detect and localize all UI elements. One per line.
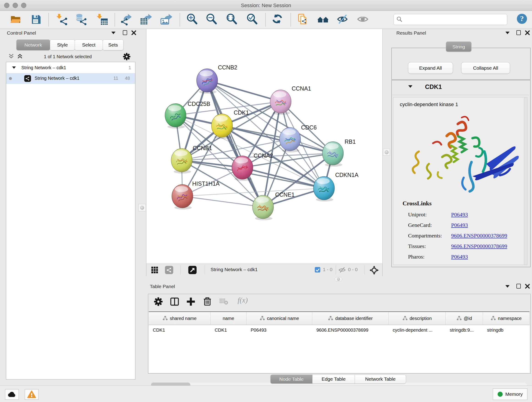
- node-label-CCNB2: CCNB2: [218, 64, 237, 70]
- tab-select[interactable]: Select: [75, 39, 103, 51]
- table-panel-float-icon[interactable]: [516, 284, 521, 288]
- table-cell: stringdb:9...: [446, 325, 483, 335]
- cdk1-collapse-icon[interactable]: [408, 85, 412, 88]
- crosslink-value-link[interactable]: 9606.ENSP00000378699: [451, 233, 507, 239]
- open-in-window-icon[interactable]: [188, 266, 197, 274]
- expand-all-button[interactable]: Expand All: [408, 62, 453, 74]
- import-network-from-file-icon: [56, 13, 68, 26]
- edge-CCNB2-CCNE1[interactable]: [207, 80, 263, 207]
- collapse-all-button[interactable]: Collapse All: [461, 62, 510, 74]
- table-settings-gear-icon[interactable]: [153, 297, 163, 307]
- show-hide-glass-panel-button[interactable]: [336, 13, 350, 26]
- zoom-selected-icon: [246, 13, 259, 26]
- column-header-label: canonical name: [267, 316, 299, 321]
- open-string-network-button[interactable]: [296, 13, 310, 26]
- zoom-selected-button[interactable]: [246, 13, 259, 26]
- tree-expander-icon[interactable]: [12, 66, 16, 69]
- network-graph[interactable]: CCNB2CCNA1CDC25BCDK1CDC6RB1CCNB1CCNA2CDK…: [146, 29, 382, 264]
- column-header-namespace[interactable]: namespace: [483, 312, 530, 325]
- warning-button[interactable]: [25, 389, 38, 400]
- save-session-button[interactable]: [30, 13, 43, 26]
- table-cell: cyclin-dependent ...: [389, 325, 446, 335]
- show-columns-icon[interactable]: [170, 297, 180, 307]
- tab-style[interactable]: Style: [50, 39, 75, 51]
- results-panel-close-icon[interactable]: [525, 30, 530, 36]
- node-label-CCNA1: CCNA1: [292, 85, 311, 92]
- memory-button[interactable]: Memory: [493, 389, 527, 400]
- tree-row-network[interactable]: String Network – cdk11148: [6, 73, 135, 84]
- column-header-canonical-name[interactable]: canonical name: [247, 312, 312, 325]
- cloud-button[interactable]: [5, 389, 19, 400]
- selected-checkbox-icon[interactable]: [314, 266, 321, 273]
- table-panel-title: Table Panel: [150, 284, 175, 289]
- network-share-view-icon[interactable]: [165, 266, 173, 274]
- delete-column-trash-icon[interactable]: [202, 297, 212, 307]
- results-panel-menu-icon[interactable]: [505, 32, 510, 34]
- enable-disable-taskbar-button[interactable]: [357, 13, 370, 26]
- crosslink-value-link[interactable]: P06493: [451, 254, 468, 260]
- search-input[interactable]: [404, 15, 506, 24]
- open-session-button[interactable]: [9, 13, 22, 26]
- import-table-from-file-icon: [96, 13, 109, 26]
- delete-table-icon: [219, 297, 229, 307]
- import-table-from-file-button[interactable]: [96, 13, 109, 26]
- attribute-hierarchy-icon: [328, 316, 333, 321]
- right-splitter-handle[interactable]: [383, 149, 390, 156]
- column-header-label: namespace: [498, 316, 521, 321]
- crosslink-value-link[interactable]: P06493: [451, 222, 468, 228]
- results-scrollbar[interactable]: [524, 97, 527, 265]
- tree-row-collection[interactable]: String Network – cdk11: [6, 63, 135, 73]
- export-image-button[interactable]: [159, 13, 172, 26]
- column-header-name[interactable]: name: [210, 312, 247, 325]
- string-home-button[interactable]: [317, 13, 330, 26]
- results-panel-float-icon[interactable]: [516, 30, 521, 35]
- column-header-@id[interactable]: @id: [446, 312, 483, 325]
- network-options-gear-icon[interactable]: [122, 52, 131, 61]
- status-bar: Memory: [0, 385, 532, 402]
- zoom-in-button[interactable]: [186, 13, 199, 26]
- left-splitter-handle[interactable]: [138, 204, 146, 211]
- zoom-out-button[interactable]: [205, 13, 219, 26]
- import-network-from-file-button[interactable]: [56, 13, 69, 26]
- node-label-CDKN1A: CDKN1A: [335, 172, 359, 178]
- export-network-to-file-button[interactable]: [119, 13, 133, 26]
- search-box: [394, 14, 507, 25]
- table-header-row: shared namenamecanonical namedatabase id…: [149, 312, 530, 325]
- table-row[interactable]: CDK1CDK1P064939606.ENSP00000378699cyclin…: [149, 325, 530, 335]
- tab-network-table[interactable]: Network Table: [355, 375, 406, 384]
- refresh-network-button[interactable]: [271, 13, 285, 26]
- zoom-fit-button[interactable]: [225, 13, 239, 26]
- control-panel-close-icon[interactable]: [131, 30, 137, 36]
- birdseye-crosshair-icon[interactable]: [369, 265, 379, 275]
- crosslink-value-link[interactable]: P06493: [451, 211, 468, 218]
- network-tree: String Network – cdk11String Network – c…: [6, 62, 135, 380]
- import-network-from-database-button[interactable]: [75, 13, 88, 26]
- horizontal-splitter-handle[interactable]: [335, 277, 342, 281]
- search-icon: [396, 16, 403, 23]
- column-header-shared-name[interactable]: shared name: [149, 312, 210, 325]
- grid-view-icon[interactable]: [151, 266, 159, 274]
- tab-edge-table[interactable]: Edge Table: [312, 375, 355, 384]
- export-table-to-file-button[interactable]: [139, 13, 152, 26]
- table-panel-box: f(x) shared namenamecanonical namedataba…: [148, 294, 531, 374]
- network-canvas[interactable]: CCNB2CCNA1CDC25BCDK1CDC6RB1CCNB1CCNA2CDK…: [146, 29, 383, 264]
- table-panel-menu-icon[interactable]: [505, 285, 510, 288]
- tab-node-table[interactable]: Node Table: [270, 375, 312, 384]
- add-column-icon[interactable]: [186, 297, 196, 307]
- node-gloss: [168, 105, 181, 111]
- tab-sets[interactable]: Sets: [103, 39, 123, 51]
- column-header-database-identifier[interactable]: database identifier: [312, 312, 389, 325]
- crosslink-row: Pharos:P06493: [408, 252, 523, 263]
- column-header-description[interactable]: description: [389, 312, 446, 325]
- control-panel-float-icon[interactable]: [123, 30, 127, 35]
- table-panel-close-icon[interactable]: [525, 283, 530, 289]
- tab-string[interactable]: String: [446, 41, 472, 52]
- help-button[interactable]: ?: [516, 13, 528, 25]
- crosslink-label: GeneCard:: [408, 222, 432, 228]
- edge-HIST1H1A-CCNE1[interactable]: [182, 196, 263, 207]
- control-panel-menu-icon[interactable]: [111, 32, 115, 34]
- tab-network[interactable]: Network: [16, 39, 50, 51]
- crosslink-row: GeneCard:P06493: [408, 221, 523, 231]
- crosslink-value-link[interactable]: 9606.ENSP00000378699: [451, 243, 507, 249]
- attribute-hierarchy-icon: [162, 316, 168, 321]
